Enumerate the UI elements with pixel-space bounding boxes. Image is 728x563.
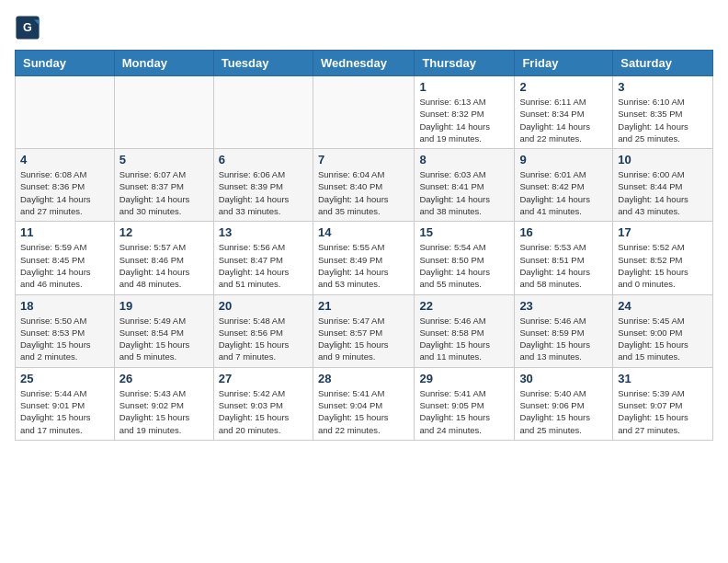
day-info: Sunrise: 6:11 AM Sunset: 8:34 PM Dayligh…: [519, 96, 608, 144]
day-number: 21: [318, 299, 409, 313]
day-number: 8: [419, 153, 509, 167]
weekday-header-wednesday: Wednesday: [313, 51, 414, 76]
calendar-cell: 2Sunrise: 6:11 AM Sunset: 8:34 PM Daylig…: [515, 76, 613, 149]
day-number: 12: [119, 225, 209, 239]
day-number: 24: [618, 299, 708, 313]
day-info: Sunrise: 6:08 AM Sunset: 8:36 PM Dayligh…: [20, 168, 109, 217]
calendar-cell: 29Sunrise: 5:41 AM Sunset: 9:05 PM Dayli…: [415, 367, 515, 440]
calendar-cell: 16Sunrise: 5:53 AM Sunset: 8:51 PM Dayli…: [515, 222, 613, 294]
day-info: Sunrise: 5:47 AM Sunset: 8:57 PM Dayligh…: [318, 315, 409, 363]
day-info: Sunrise: 5:53 AM Sunset: 8:51 PM Dayligh…: [519, 241, 608, 290]
calendar-cell: 26Sunrise: 5:43 AM Sunset: 9:02 PM Dayli…: [114, 367, 213, 440]
calendar-cell: 27Sunrise: 5:42 AM Sunset: 9:03 PM Dayli…: [213, 367, 313, 440]
day-number: 2: [519, 80, 608, 94]
calendar-cell: 31Sunrise: 5:39 AM Sunset: 9:07 PM Dayli…: [613, 367, 713, 440]
day-number: 3: [618, 80, 708, 94]
day-info: Sunrise: 5:56 AM Sunset: 8:47 PM Dayligh…: [219, 241, 308, 290]
calendar-week-row: 11Sunrise: 5:59 AM Sunset: 8:45 PM Dayli…: [16, 222, 713, 294]
day-number: 1: [419, 80, 509, 94]
calendar-cell: 14Sunrise: 5:55 AM Sunset: 8:49 PM Dayli…: [313, 222, 414, 294]
day-info: Sunrise: 6:00 AM Sunset: 8:44 PM Dayligh…: [618, 168, 708, 217]
calendar-cell: 23Sunrise: 5:46 AM Sunset: 8:59 PM Dayli…: [515, 294, 613, 367]
calendar-cell: 5Sunrise: 6:07 AM Sunset: 8:37 PM Daylig…: [114, 149, 213, 222]
calendar-cell: 21Sunrise: 5:47 AM Sunset: 8:57 PM Dayli…: [313, 294, 414, 367]
day-number: 4: [20, 153, 109, 167]
day-number: 28: [318, 372, 409, 385]
calendar-cell: [313, 76, 414, 149]
day-number: 9: [519, 153, 608, 167]
day-number: 10: [618, 153, 708, 167]
weekday-header-saturday: Saturday: [613, 51, 713, 76]
day-info: Sunrise: 5:39 AM Sunset: 9:07 PM Dayligh…: [618, 387, 708, 436]
calendar-cell: 9Sunrise: 6:01 AM Sunset: 8:42 PM Daylig…: [515, 149, 613, 222]
weekday-header-sunday: Sunday: [16, 51, 115, 76]
calendar-cell: 20Sunrise: 5:48 AM Sunset: 8:56 PM Dayli…: [213, 294, 313, 367]
day-number: 19: [119, 299, 209, 313]
calendar-cell: 18Sunrise: 5:50 AM Sunset: 8:53 PM Dayli…: [16, 294, 115, 367]
day-number: 16: [519, 225, 608, 239]
day-info: Sunrise: 6:10 AM Sunset: 8:35 PM Dayligh…: [618, 96, 708, 144]
day-number: 11: [20, 225, 109, 239]
day-number: 23: [519, 299, 608, 313]
calendar-week-row: 18Sunrise: 5:50 AM Sunset: 8:53 PM Dayli…: [16, 294, 713, 367]
logo: G: [15, 15, 44, 40]
day-info: Sunrise: 5:59 AM Sunset: 8:45 PM Dayligh…: [20, 241, 109, 290]
day-info: Sunrise: 5:48 AM Sunset: 8:56 PM Dayligh…: [219, 315, 308, 363]
calendar-cell: 30Sunrise: 5:40 AM Sunset: 9:06 PM Dayli…: [515, 367, 613, 440]
day-info: Sunrise: 5:40 AM Sunset: 9:06 PM Dayligh…: [519, 387, 608, 436]
calendar-cell: 12Sunrise: 5:57 AM Sunset: 8:46 PM Dayli…: [114, 222, 213, 294]
calendar-week-row: 25Sunrise: 5:44 AM Sunset: 9:01 PM Dayli…: [16, 367, 713, 440]
calendar-cell: 8Sunrise: 6:03 AM Sunset: 8:41 PM Daylig…: [415, 149, 515, 222]
day-info: Sunrise: 5:46 AM Sunset: 8:59 PM Dayligh…: [519, 315, 608, 363]
day-info: Sunrise: 6:13 AM Sunset: 8:32 PM Dayligh…: [419, 96, 509, 144]
day-number: 27: [219, 372, 308, 385]
calendar-cell: 25Sunrise: 5:44 AM Sunset: 9:01 PM Dayli…: [16, 367, 115, 440]
calendar-week-row: 1Sunrise: 6:13 AM Sunset: 8:32 PM Daylig…: [16, 76, 713, 149]
day-number: 6: [219, 153, 308, 167]
day-info: Sunrise: 5:52 AM Sunset: 8:52 PM Dayligh…: [618, 241, 708, 290]
calendar-table: SundayMondayTuesdayWednesdayThursdayFrid…: [15, 50, 713, 441]
calendar-cell: 17Sunrise: 5:52 AM Sunset: 8:52 PM Dayli…: [613, 222, 713, 294]
calendar-cell: [213, 76, 313, 149]
day-info: Sunrise: 5:43 AM Sunset: 9:02 PM Dayligh…: [119, 387, 209, 436]
calendar-cell: 11Sunrise: 5:59 AM Sunset: 8:45 PM Dayli…: [16, 222, 115, 294]
day-number: 26: [119, 372, 209, 385]
calendar-cell: [114, 76, 213, 149]
weekday-header-monday: Monday: [114, 51, 213, 76]
day-number: 14: [318, 225, 409, 239]
calendar-cell: 24Sunrise: 5:45 AM Sunset: 9:00 PM Dayli…: [613, 294, 713, 367]
day-number: 29: [419, 372, 509, 385]
calendar-cell: 10Sunrise: 6:00 AM Sunset: 8:44 PM Dayli…: [613, 149, 713, 222]
calendar-cell: 22Sunrise: 5:46 AM Sunset: 8:58 PM Dayli…: [415, 294, 515, 367]
calendar-cell: 13Sunrise: 5:56 AM Sunset: 8:47 PM Dayli…: [213, 222, 313, 294]
day-info: Sunrise: 5:55 AM Sunset: 8:49 PM Dayligh…: [318, 241, 409, 290]
weekday-header-friday: Friday: [515, 51, 613, 76]
svg-text:G: G: [23, 21, 32, 34]
day-number: 22: [419, 299, 509, 313]
day-info: Sunrise: 6:04 AM Sunset: 8:40 PM Dayligh…: [318, 168, 409, 217]
day-number: 7: [318, 153, 409, 167]
day-number: 17: [618, 225, 708, 239]
calendar-cell: 28Sunrise: 5:41 AM Sunset: 9:04 PM Dayli…: [313, 367, 414, 440]
calendar-cell: 1Sunrise: 6:13 AM Sunset: 8:32 PM Daylig…: [415, 76, 515, 149]
day-info: Sunrise: 5:42 AM Sunset: 9:03 PM Dayligh…: [219, 387, 308, 436]
day-info: Sunrise: 5:57 AM Sunset: 8:46 PM Dayligh…: [119, 241, 209, 290]
calendar-cell: 3Sunrise: 6:10 AM Sunset: 8:35 PM Daylig…: [613, 76, 713, 149]
day-info: Sunrise: 6:01 AM Sunset: 8:42 PM Dayligh…: [519, 168, 608, 217]
calendar-week-row: 4Sunrise: 6:08 AM Sunset: 8:36 PM Daylig…: [16, 149, 713, 222]
day-info: Sunrise: 5:44 AM Sunset: 9:01 PM Dayligh…: [20, 387, 109, 436]
day-info: Sunrise: 5:50 AM Sunset: 8:53 PM Dayligh…: [20, 315, 109, 363]
day-info: Sunrise: 5:45 AM Sunset: 9:00 PM Dayligh…: [618, 315, 708, 363]
day-number: 30: [519, 372, 608, 385]
day-number: 25: [20, 372, 109, 385]
day-info: Sunrise: 6:03 AM Sunset: 8:41 PM Dayligh…: [419, 168, 509, 217]
day-info: Sunrise: 5:54 AM Sunset: 8:50 PM Dayligh…: [419, 241, 509, 290]
calendar-cell: [16, 76, 115, 149]
day-info: Sunrise: 5:41 AM Sunset: 9:05 PM Dayligh…: [419, 387, 509, 436]
day-info: Sunrise: 5:41 AM Sunset: 9:04 PM Dayligh…: [318, 387, 409, 436]
day-info: Sunrise: 5:49 AM Sunset: 8:54 PM Dayligh…: [119, 315, 209, 363]
weekday-header-row: SundayMondayTuesdayWednesdayThursdayFrid…: [16, 51, 713, 76]
day-number: 15: [419, 225, 509, 239]
calendar-cell: 19Sunrise: 5:49 AM Sunset: 8:54 PM Dayli…: [114, 294, 213, 367]
calendar-cell: 7Sunrise: 6:04 AM Sunset: 8:40 PM Daylig…: [313, 149, 414, 222]
